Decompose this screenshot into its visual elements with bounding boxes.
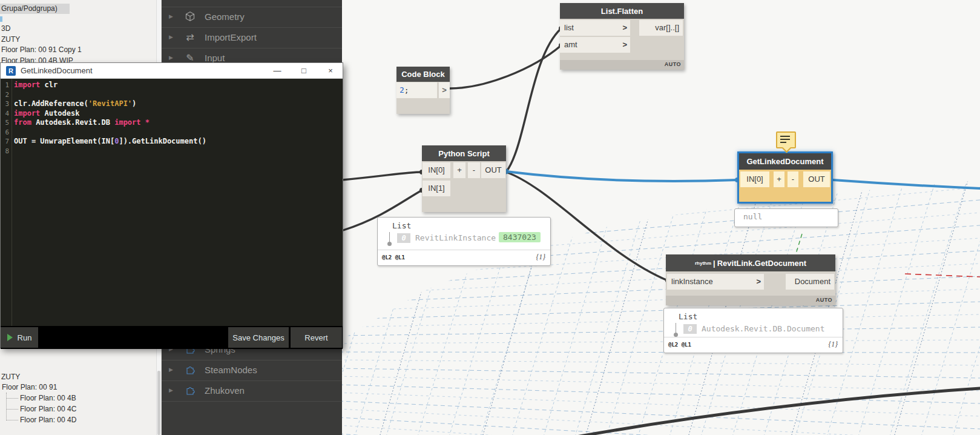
title-separator: | [713,259,715,268]
node-get-linked-document[interactable]: GetLinkedDocument IN[0] + - OUT [737,151,833,204]
chevron-right-icon[interactable]: > [756,274,761,290]
remove-input-button[interactable]: - [468,162,480,178]
library-item-geometry[interactable]: ▶ Geometry [161,7,342,27]
browser-item-child[interactable]: Floor Plan: 00 4B [20,394,76,402]
browser-item-child[interactable]: Floor Plan: 00 4D [20,416,76,424]
port-linkinstance[interactable]: linkInstance > [667,274,764,290]
port-list[interactable]: list > [560,20,630,36]
line-number: 3 [1,100,9,108]
port-in0[interactable]: IN[0] [423,162,450,178]
run-button[interactable]: Run [1,327,38,348]
count-label: {1} [536,253,545,262]
browser-item-3d[interactable]: 3D [1,24,10,33]
note-icon[interactable] [776,131,796,148]
browser-item-floorplan[interactable]: Floor Plan: 00 91 Copy 1 [1,45,82,54]
preview-bubble-python[interactable]: List 0 RevitLinkInstance 8437023 @L2 @L1… [377,217,551,266]
close-button[interactable]: × [323,64,338,77]
line-number: 8 [1,147,9,155]
library-item-zhukoven[interactable]: ▶ Zhukoven [161,380,342,401]
wire-into-python-in0[interactable] [342,172,422,180]
library-item-label: Zhukoven [205,385,245,396]
item-type: RevitLinkInstance [415,233,496,242]
chevron-right-icon[interactable]: > [622,20,627,36]
scrollbar-thumb[interactable] [157,371,160,435]
expander-icon[interactable]: ▶ [169,13,173,19]
add-input-button[interactable]: + [453,162,465,178]
cube-icon [184,11,196,23]
package-icon [184,364,196,376]
library-item-importexport[interactable]: ▶ ⇄ ImportExport [161,27,342,48]
library-item-label: SteamNodes [205,365,257,375]
expander-icon[interactable]: ▶ [169,34,173,40]
wire-getlinked-out[interactable] [833,180,980,188]
port-in1[interactable]: IN[1] [423,181,450,196]
port-output[interactable]: > [439,82,450,98]
count-label: {1} [828,340,838,349]
port-output[interactable]: var[]..[] [639,20,683,36]
line-number: 5 [1,119,9,127]
code-block-terminator: ; [404,85,409,95]
revert-button[interactable]: Revert [291,327,342,348]
port-in0[interactable]: IN[0] [740,171,769,187]
remove-input-button[interactable]: - [788,171,798,187]
lacing-badge: AUTO [816,297,832,303]
node-title[interactable]: List.Flatten [560,3,684,19]
node-revitlink-getdocument[interactable]: rhythm | RevitLink.GetDocument linkInsta… [666,254,835,305]
element-id-badge[interactable]: 8437023 [499,232,541,242]
lacing-strip: AUTO [560,60,684,70]
browser-item-child[interactable]: Floor Plan: 00 4C [20,405,76,413]
port-document[interactable]: Document [786,274,834,290]
maximize-button[interactable]: □ [297,64,311,77]
node-list-flatten[interactable]: List.Flatten list > amt > var[]..[] AUTO [560,3,684,70]
list-root-label: List [392,221,411,230]
lacing-badge: AUTO [665,61,681,67]
node-title[interactable]: rhythm | RevitLink.GetDocument [666,254,835,271]
browser-group[interactable]: ZUTY [1,373,20,381]
editor-bottom-bar: Run Save Changes Revert [1,326,343,349]
item-type: Autodesk.Revit.DB.Document [702,324,825,333]
tree-guide-dot [674,333,678,337]
node-python-script[interactable]: Python Script IN[0] + - OUT IN[1] [422,145,506,212]
preview-bubble-null[interactable]: null [734,208,838,227]
save-changes-button[interactable]: Save Changes [228,327,289,348]
null-value: null [743,212,762,221]
editor-titlebar[interactable]: R GetLinkedDocument — □ × [1,63,343,79]
import-export-icon: ⇄ [184,32,196,44]
code-block-value: 2 [400,85,404,95]
tree-guide-dot [387,242,392,246]
code-editor-area[interactable]: 1import clr 2 3clr.AddReference('RevitAP… [1,79,343,326]
expander-icon[interactable]: ▶ [169,367,173,373]
line-number: 1 [1,81,9,89]
port-amt[interactable]: amt > [560,37,630,53]
library-item-steamnodes[interactable]: ▶ SteamNodes [161,360,342,380]
tree-guide [676,323,676,333]
python-editor-window: R GetLinkedDocument — □ × 1import clr 2 … [0,62,343,348]
node-title[interactable]: Code Block [396,67,450,82]
browser-item-selected[interactable]: Grupa/Podgrupa) [0,4,70,14]
add-input-button[interactable]: + [774,171,784,187]
tree-line [6,420,18,420]
node-title[interactable]: GetLinkedDocument [739,153,831,170]
chevron-right-icon[interactable]: > [622,37,627,53]
port-out[interactable]: OUT [803,171,830,187]
levels-label: @L2 @L1 [382,254,405,261]
lacing-strip: AUTO [666,296,835,305]
expander-icon[interactable]: ▶ [169,387,173,393]
minimize-button[interactable]: — [270,64,284,77]
wire-python-to-flatten-list[interactable] [506,28,561,172]
node-title[interactable]: Python Script [422,145,506,161]
preview-bubble-rhythm[interactable]: List 0 Autodesk.Revit.DB.Document @L2 @L… [663,308,843,353]
browser-item-zuty[interactable]: ZUTY [1,35,20,44]
expander-icon[interactable]: ▶ [169,55,173,61]
node-code-block[interactable]: Code Block 2; > [396,67,450,114]
revit-logo-icon: R [6,66,16,76]
wire-python-to-getlinked-selected[interactable] [506,171,737,181]
code-block-expression[interactable]: 2; [396,82,437,98]
line-number: 2 [1,91,9,99]
library-item-label: Input [205,53,225,63]
editor-title: GetLinkedDocument [21,66,93,75]
levels-label: @L2 @L1 [668,342,691,348]
browser-item-parent[interactable]: Floor Plan: 00 91 [2,383,57,391]
port-out[interactable]: OUT [481,162,505,178]
wire-bottom-edge[interactable] [563,388,980,435]
